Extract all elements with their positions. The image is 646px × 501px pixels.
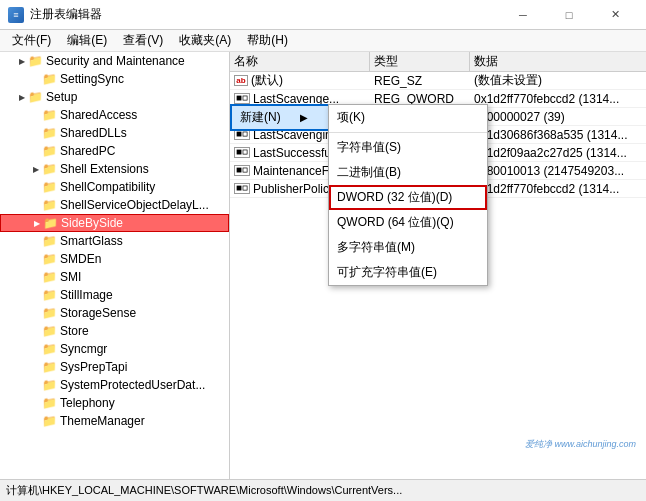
- tree-item-label: SettingSync: [60, 72, 124, 86]
- tree-item-label: ThemeManager: [60, 414, 145, 428]
- tree-item[interactable]: 📁SmartGlass: [0, 232, 229, 250]
- submenu-item[interactable]: 二进制值(B): [329, 160, 487, 185]
- tree-expand-icon[interactable]: ▶: [30, 163, 42, 175]
- tree-item[interactable]: 📁ShellServiceObjectDelayL...: [0, 196, 229, 214]
- tree-expand-icon: [30, 307, 42, 319]
- folder-icon: 📁: [42, 288, 57, 302]
- menu-view[interactable]: 查看(V): [115, 30, 171, 52]
- cell-name-text: PublisherPolic...: [253, 182, 339, 196]
- cell-data: 0x1d30686f368a535 (1314...: [470, 128, 646, 142]
- folder-icon: 📁: [42, 306, 57, 320]
- tree-expand-icon[interactable]: ▶: [16, 55, 28, 67]
- menu-bar: 文件(F) 编辑(E) 查看(V) 收藏夹(A) 帮助(H): [0, 30, 646, 52]
- menu-help[interactable]: 帮助(H): [239, 30, 296, 52]
- tree-item[interactable]: 📁StillImage: [0, 286, 229, 304]
- tree-item-label: SysPrepTapi: [60, 360, 127, 374]
- tree-expand-icon: [30, 415, 42, 427]
- minimize-button[interactable]: ─: [500, 0, 546, 30]
- tree-item-label: SmartGlass: [60, 234, 123, 248]
- tree-item-label: SideBySide: [61, 216, 123, 230]
- cell-name: ab(默认): [230, 72, 370, 89]
- cell-name-text: (默认): [251, 72, 283, 89]
- submenu-item[interactable]: 可扩充字符串值(E): [329, 260, 487, 285]
- folder-icon: 📁: [28, 54, 43, 68]
- folder-icon: 📁: [42, 162, 57, 176]
- tree-item-label: Setup: [46, 90, 77, 104]
- tree-item[interactable]: 📁Syncmgr: [0, 340, 229, 358]
- tree-item[interactable]: 📁SystemProtectedUserDat...: [0, 376, 229, 394]
- submenu: 项(K)字符串值(S)二进制值(B)DWORD (32 位值)(D)QWORD …: [328, 104, 488, 286]
- tree-item[interactable]: ▶📁Security and Maintenance: [0, 52, 229, 70]
- folder-icon: 📁: [42, 270, 57, 284]
- tree-item[interactable]: ▶📁SideBySide: [0, 214, 229, 232]
- folder-icon: 📁: [42, 360, 57, 374]
- tree-item[interactable]: 📁ThemeManager: [0, 412, 229, 430]
- tree-expand-icon: [30, 199, 42, 211]
- tree-expand-icon: [30, 127, 42, 139]
- cell-data: 0x00000027 (39): [470, 110, 646, 124]
- tree-expand-icon: [30, 271, 42, 283]
- tree-item[interactable]: 📁SharedPC: [0, 142, 229, 160]
- tree-item[interactable]: 📁SharedDLLs: [0, 124, 229, 142]
- tree-panel: ▶📁Security and Maintenance 📁SettingSync▶…: [0, 52, 230, 479]
- cell-data: 0x1d2ff770febccd2 (1314...: [470, 92, 646, 106]
- menu-edit[interactable]: 编辑(E): [59, 30, 115, 52]
- folder-icon: 📁: [42, 144, 57, 158]
- tree-item[interactable]: 📁SMDEn: [0, 250, 229, 268]
- menu-file[interactable]: 文件(F): [4, 30, 59, 52]
- tree-item[interactable]: 📁StorageSense: [0, 304, 229, 322]
- status-text: 计算机\HKEY_LOCAL_MACHINE\SOFTWARE\Microsof…: [6, 483, 402, 498]
- main-content: ▶📁Security and Maintenance 📁SettingSync▶…: [0, 52, 646, 479]
- tree-item-label: Syncmgr: [60, 342, 107, 356]
- tree-item[interactable]: 📁Store: [0, 322, 229, 340]
- reg-string-icon: ab: [234, 75, 248, 87]
- submenu-item[interactable]: 项(K): [329, 105, 487, 130]
- folder-icon: 📁: [43, 216, 58, 230]
- submenu-item[interactable]: 字符串值(S): [329, 135, 487, 160]
- tree-item[interactable]: 📁Telephony: [0, 394, 229, 412]
- tree-expand-icon[interactable]: ▶: [31, 217, 43, 229]
- tree-expand-icon: [30, 73, 42, 85]
- tree-item[interactable]: ▶📁Shell Extensions: [0, 160, 229, 178]
- reg-dword-icon: ◼◻: [234, 183, 250, 193]
- status-bar: 计算机\HKEY_LOCAL_MACHINE\SOFTWARE\Microsof…: [0, 479, 646, 501]
- submenu-item[interactable]: DWORD (32 位值)(D): [329, 185, 487, 210]
- tree-item-label: SMI: [60, 270, 81, 284]
- cell-data: 0x1d2f09aa2c27d25 (1314...: [470, 146, 646, 160]
- folder-icon: 📁: [42, 414, 57, 428]
- folder-icon: 📁: [42, 378, 57, 392]
- table-row[interactable]: ab(默认)REG_SZ(数值未设置): [230, 72, 646, 90]
- app-icon-glyph: ≡: [13, 10, 18, 20]
- tree-item[interactable]: 📁SysPrepTapi: [0, 358, 229, 376]
- tree-item-label: SystemProtectedUserDat...: [60, 378, 205, 392]
- maximize-button[interactable]: □: [546, 0, 592, 30]
- tree-expand-icon: [30, 343, 42, 355]
- menu-favorites[interactable]: 收藏夹(A): [171, 30, 239, 52]
- new-submenu-button[interactable]: 新建(N) ▶: [230, 104, 330, 131]
- tree-item[interactable]: 📁SMI: [0, 268, 229, 286]
- col-header-name: 名称: [230, 52, 370, 71]
- tree-expand-icon: [30, 109, 42, 121]
- reg-dword-icon: ◼◻: [234, 93, 250, 103]
- cell-type: REG_SZ: [370, 74, 470, 88]
- folder-icon: 📁: [42, 108, 57, 122]
- tree-item[interactable]: ▶📁Setup: [0, 88, 229, 106]
- tree-item-label: Security and Maintenance: [46, 54, 185, 68]
- folder-icon: 📁: [42, 324, 57, 338]
- tree-item[interactable]: 📁ShellCompatibility: [0, 178, 229, 196]
- tree-item[interactable]: 📁SettingSync: [0, 70, 229, 88]
- submenu-item[interactable]: 多字符串值(M): [329, 235, 487, 260]
- tree-item-label: Shell Extensions: [60, 162, 149, 176]
- tree-item[interactable]: 📁SharedAccess: [0, 106, 229, 124]
- tree-expand-icon[interactable]: ▶: [16, 91, 28, 103]
- app-icon: ≡: [8, 7, 24, 23]
- submenu-item[interactable]: QWORD (64 位值)(Q): [329, 210, 487, 235]
- close-button[interactable]: ✕: [592, 0, 638, 30]
- context-menu: 新建(N) ▶ 项(K)字符串值(S)二进制值(B)DWORD (32 位值)(…: [230, 104, 330, 131]
- reg-dword-icon: ◼◻: [234, 147, 250, 157]
- submenu-divider: [329, 132, 487, 133]
- tree-expand-icon: [30, 235, 42, 247]
- folder-icon: 📁: [42, 72, 57, 86]
- folder-icon: 📁: [42, 342, 57, 356]
- tree-expand-icon: [30, 181, 42, 193]
